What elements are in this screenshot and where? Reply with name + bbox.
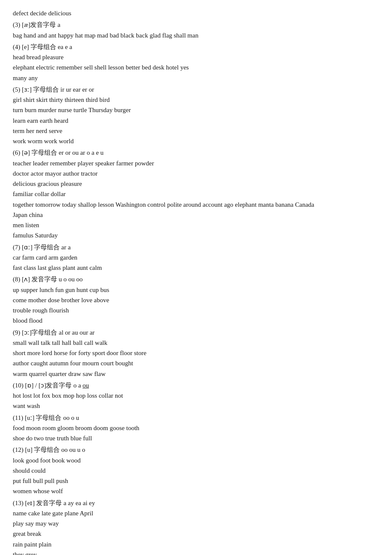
word-line: men listen	[13, 220, 379, 230]
word-line: should could	[13, 466, 379, 476]
section-header: (12) [u] 字母组合 oo ou u o	[13, 445, 379, 455]
word-line: play say may way	[13, 519, 379, 529]
section-header: (5) [ɜː] 字母组合 ir ur ear er or	[13, 85, 379, 95]
section-header: (3) [æ]发音字母 a	[13, 20, 379, 30]
word-line: women whose wolf	[13, 486, 379, 496]
word-line: blood flood	[13, 316, 379, 326]
section-header: (9) [ɔː]字母组合 al or au our ar	[13, 328, 379, 338]
word-line: up supper lunch fun gun hunt cup bus	[13, 285, 379, 295]
underline-ou: ou	[83, 382, 89, 389]
word-line: small wall talk tall hall ball call walk	[13, 338, 379, 348]
word-line: familiar collar dollar	[13, 189, 379, 199]
word-line: defect decide delicious	[13, 9, 379, 18]
word-line: doctor actor mayor author tractor	[13, 169, 379, 179]
word-line: girl shirt skirt thirty thirteen third b…	[13, 95, 379, 105]
word-line: delicious gracious pleasure	[13, 179, 379, 189]
section-header: (8) [ʌ] 发音字母 u o ou oo	[13, 275, 379, 284]
word-line: name cake late gate plane April	[13, 509, 379, 518]
word-line: elephant electric remember sell shell le…	[13, 63, 379, 72]
word-line: put full bull pull push	[13, 476, 379, 486]
word-line: work worm work world	[13, 136, 379, 146]
word-line: short more lord horse for forty sport do…	[13, 348, 379, 358]
word-line: Japan china	[13, 210, 379, 220]
word-line: hot lost lot fox box mop hop loss collar…	[13, 391, 379, 401]
word-line: they grey	[13, 550, 379, 555]
word-line: head bread pleasure	[13, 52, 379, 62]
word-line: teacher leader remember player speaker f…	[13, 159, 379, 168]
word-line: author caught autumn four mourn court bo…	[13, 358, 379, 368]
word-line: learn earn earth heard	[13, 116, 379, 126]
word-line: turn burn murder nurse turtle Thursday b…	[13, 105, 379, 115]
word-line: fast class last glass plant aunt calm	[13, 263, 379, 273]
section-header: (11) [uː] 字母组合 oo o u	[13, 413, 379, 423]
word-line: come mother dose brother love above	[13, 295, 379, 305]
section-header: (4) [e] 字母组合 ea e a	[13, 42, 379, 52]
word-line: bag hand and ant happy hat map mad bad b…	[13, 31, 379, 40]
word-line: rain paint plain	[13, 540, 379, 549]
word-line: shoe do two true truth blue full	[13, 434, 379, 443]
word-line: want wash	[13, 401, 379, 411]
section-header: (10) [ɒ] / [ɔ]发音字母 o a ou	[13, 381, 379, 390]
word-line: food moon room gloom broom doom goose to…	[13, 423, 379, 433]
word-line: famulus Saturday	[13, 231, 379, 240]
content: defect decide delicious(3) [æ]发音字母 abag …	[13, 9, 379, 555]
word-line: look good foot book wood	[13, 456, 379, 465]
section-header: (7) [ɑː] 字母组合 ar a	[13, 243, 379, 252]
section-header: (6) [ə] 字母组合 er or ou ar o a e u	[13, 148, 379, 158]
section-header: (13) [eɪ] 发音字母 a ay ea ai ey	[13, 498, 379, 508]
word-line: car farm card arm garden	[13, 253, 379, 263]
word-line: many any	[13, 73, 379, 83]
word-line: term her nerd serve	[13, 126, 379, 136]
word-line: trouble rough flourish	[13, 306, 379, 315]
word-line: great break	[13, 529, 379, 539]
word-line: together tomorrow today shallop lesson W…	[13, 200, 379, 210]
word-line: warm quarrel quarter draw saw flaw	[13, 369, 379, 379]
